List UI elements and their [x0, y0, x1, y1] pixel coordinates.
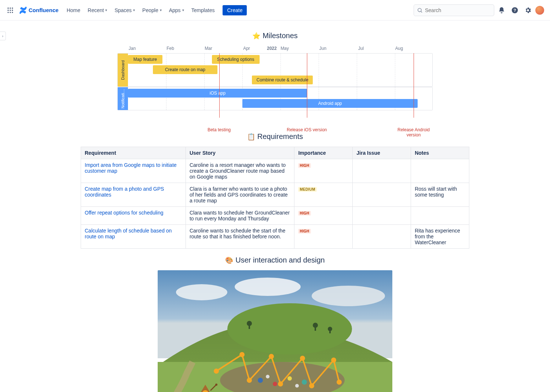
jira-cell: [353, 207, 411, 225]
notes-cell: Rita has experience from the WaterCleane…: [411, 225, 469, 249]
svg-line-10: [421, 11, 422, 12]
svg-rect-44: [249, 325, 250, 329]
product-name: Confluence: [29, 7, 59, 13]
help-icon[interactable]: ?: [509, 4, 521, 16]
design-title: User interaction and design: [235, 256, 324, 264]
nav-item-people[interactable]: People▾: [139, 5, 165, 15]
svg-point-21: [273, 382, 277, 386]
settings-icon[interactable]: [522, 4, 534, 16]
month-label: Apr: [236, 46, 257, 51]
roadmap-bar[interactable]: Create route on map: [153, 65, 218, 74]
importance-cell: HIGH: [294, 225, 353, 249]
table-header: Importance: [294, 147, 353, 159]
nav-item-spaces[interactable]: Spaces▾: [111, 5, 139, 15]
svg-point-32: [309, 383, 314, 388]
roadmap-chart[interactable]: 2022 JanFebMarAprMayJunJulAug DashboardM…: [117, 46, 433, 125]
svg-point-34: [337, 380, 342, 385]
requirement-cell[interactable]: Calculate length of schedule based on ro…: [81, 225, 186, 249]
table-header: Requirement: [81, 147, 186, 159]
page-content: ⭐ Milestones 2022 JanFebMarAprMayJunJulA…: [59, 21, 491, 392]
svg-point-8: [12, 12, 13, 13]
svg-rect-48: [329, 330, 331, 333]
svg-point-25: [295, 384, 299, 388]
roadmap-lane-notif: Notificati…iOS appAndroid app: [117, 87, 433, 110]
svg-point-7: [10, 12, 11, 13]
svg-point-1: [10, 7, 11, 8]
nav-item-home[interactable]: Home: [63, 5, 84, 15]
svg-point-17: [227, 303, 352, 355]
notes-cell: [411, 159, 469, 183]
milestones-title: Milestones: [263, 32, 298, 40]
svg-point-43: [247, 321, 252, 326]
nav-item-templates[interactable]: Templates: [188, 5, 219, 15]
month-label: Jun: [312, 46, 333, 51]
story-cell: Clara is a farmer who wants to use a pho…: [186, 183, 294, 207]
clipboard-icon: 📋: [247, 133, 255, 141]
search-input[interactable]: [414, 4, 494, 16]
jira-cell: [353, 159, 411, 183]
nav-item-apps[interactable]: Apps▾: [165, 5, 188, 15]
requirement-cell[interactable]: Create map from a photo and GPS coordina…: [81, 183, 186, 207]
table-header: User Story: [186, 147, 294, 159]
importance-cell: HIGH: [294, 207, 353, 225]
chevron-down-icon: ▾: [105, 8, 107, 12]
month-label: Aug: [389, 46, 409, 51]
table-row: Create map from a photo and GPS coordina…: [81, 183, 469, 207]
month-label: Mar: [198, 46, 219, 51]
roadmap-bar[interactable]: Scheduling options: [212, 55, 260, 64]
roadmap-bar[interactable]: Map feature: [128, 55, 162, 64]
month-label: Jan: [122, 46, 142, 51]
svg-text:?: ?: [513, 8, 516, 12]
search-field[interactable]: [425, 7, 491, 13]
importance-badge: HIGH: [298, 163, 311, 168]
svg-point-29: [269, 354, 274, 359]
lane-label: Notificati…: [118, 87, 128, 110]
svg-point-20: [258, 378, 263, 383]
jira-cell: [353, 183, 411, 207]
notes-cell: [411, 207, 469, 225]
svg-point-22: [287, 376, 292, 381]
svg-point-45: [313, 323, 318, 328]
requirements-table: RequirementUser StoryImportanceJira Issu…: [81, 147, 469, 249]
importance-cell: MEDIUM: [294, 183, 353, 207]
lane-label: Dashboard: [118, 54, 128, 87]
confluence-logo[interactable]: Confluence: [16, 6, 62, 14]
expand-sidebar-button[interactable]: ›: [0, 32, 6, 40]
roadmap-bar[interactable]: Android app: [242, 99, 418, 108]
svg-point-28: [247, 378, 252, 383]
svg-rect-46: [315, 327, 316, 331]
section-milestones: ⭐ Milestones 2022 JanFebMarAprMayJunJulA…: [59, 32, 491, 125]
svg-point-3: [8, 10, 9, 11]
importance-cell: HIGH: [294, 159, 353, 183]
month-label: Jul: [351, 46, 371, 51]
svg-point-26: [214, 369, 219, 374]
story-cell: Caroline wants to schedule the start of …: [186, 225, 294, 249]
nav-item-recent[interactable]: Recent▾: [84, 5, 111, 15]
importance-badge: HIGH: [298, 211, 311, 216]
app-switcher-icon[interactable]: [6, 6, 15, 15]
table-header: Jira Issue: [353, 147, 411, 159]
svg-point-9: [418, 8, 421, 11]
notes-cell: Ross will start with some testing: [411, 183, 469, 207]
table-row: Calculate length of schedule based on ro…: [81, 225, 469, 249]
design-heading: 🎨 User interaction and design: [59, 256, 491, 264]
month-label: May: [274, 46, 295, 51]
table-header: Notes: [411, 147, 469, 159]
profile-avatar[interactable]: [535, 6, 544, 15]
requirement-cell[interactable]: Import area from Google maps to initiate…: [81, 159, 186, 183]
requirement-cell[interactable]: Offer repeat options for scheduling: [81, 207, 186, 225]
svg-point-27: [239, 352, 245, 357]
notifications-icon[interactable]: [496, 4, 507, 16]
top-nav: Confluence HomeRecent▾Spaces▾People▾Apps…: [0, 0, 550, 21]
section-design: 🎨 User interaction and design: [59, 256, 491, 392]
svg-point-33: [331, 358, 336, 363]
roadmap-bar[interactable]: iOS app: [128, 89, 307, 98]
design-mock-image[interactable]: [158, 270, 392, 392]
create-button[interactable]: Create: [223, 5, 247, 15]
roadmap-bar[interactable]: Combine route & schedule: [252, 76, 313, 84]
svg-point-6: [8, 12, 9, 13]
table-row: Import area from Google maps to initiate…: [81, 159, 469, 183]
chevron-down-icon: ▾: [133, 8, 135, 12]
svg-point-0: [8, 7, 9, 8]
svg-point-2: [12, 7, 13, 8]
